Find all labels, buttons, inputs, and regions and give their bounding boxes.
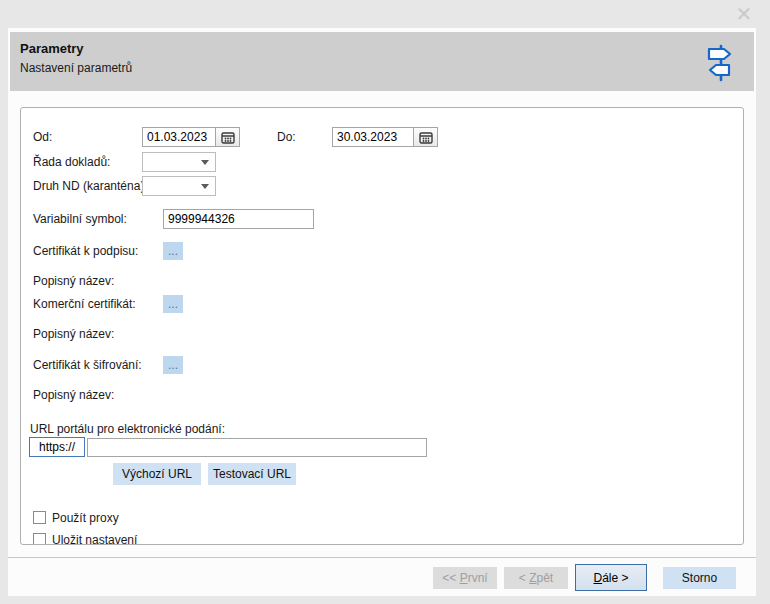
do-label: Do: <box>277 130 296 144</box>
footer-divider <box>8 557 756 558</box>
ulozit-nastaveni-checkbox[interactable] <box>33 533 46 545</box>
od-datefield <box>142 127 240 147</box>
page-title: Parametry <box>20 41 84 56</box>
first-button-accel: P <box>460 571 468 585</box>
cert-podpis-label: Certifikát k podpisu: <box>33 244 138 258</box>
pouzit-proxy-checkbox[interactable] <box>33 511 46 524</box>
close-icon[interactable]: ✕ <box>731 1 757 27</box>
ulozit-nastaveni-label: Uložit nastavení <box>52 533 137 545</box>
popisny-nazev-label-3: Popisný název: <box>33 388 114 402</box>
cert-podpis-browse-button[interactable]: ... <box>163 242 183 260</box>
parameters-form-panel: Od: Do: <box>20 107 744 545</box>
url-input[interactable] <box>87 438 427 457</box>
calendar-icon[interactable] <box>413 128 437 146</box>
od-date-input[interactable] <box>143 128 215 146</box>
druh-nd-label: Druh ND (karanténa): <box>33 179 148 193</box>
back-button[interactable]: < Zpět <box>504 567 568 589</box>
komercni-cert-browse-button[interactable]: ... <box>163 295 183 313</box>
back-button-accel: Z <box>529 571 536 585</box>
do-datefield <box>332 127 438 147</box>
first-button-prefix: << <box>442 571 459 585</box>
first-button[interactable]: << První <box>433 567 497 589</box>
next-button-rest: ále > <box>602 571 628 585</box>
testovaci-url-button[interactable]: Testovací URL <box>208 463 296 485</box>
next-button[interactable]: Dále > <box>575 564 647 591</box>
signpost-icon <box>700 43 738 87</box>
popisny-nazev-label-1: Popisný název: <box>33 274 114 288</box>
rada-dokladu-label: Řada dokladů: <box>33 155 110 169</box>
variabilni-symbol-input[interactable] <box>163 209 314 229</box>
vychozi-url-button[interactable]: Výchozí URL <box>113 463 201 485</box>
druh-nd-select[interactable] <box>142 176 216 196</box>
https-prefix: https:// <box>29 437 85 457</box>
calendar-icon[interactable] <box>215 128 239 146</box>
variabilni-symbol-label: Variabilní symbol: <box>33 212 127 226</box>
first-button-rest: rvní <box>468 571 488 585</box>
dialog-header: Parametry Nastavení parametrů <box>10 32 754 91</box>
page-subtitle: Nastavení parametrů <box>20 61 132 75</box>
popisny-nazev-label-2: Popisný název: <box>33 327 114 341</box>
back-button-rest: pět <box>537 571 554 585</box>
cert-sifrovani-label: Certifikát k šifrování: <box>33 358 142 372</box>
pouzit-proxy-label: Použít proxy <box>52 511 119 525</box>
rada-dokladu-select[interactable] <box>142 152 216 172</box>
cert-sifrovani-browse-button[interactable]: ... <box>163 356 183 374</box>
komercni-cert-label: Komerční certifikát: <box>33 297 136 311</box>
chevron-down-icon <box>201 184 209 189</box>
cancel-button[interactable]: Storno <box>663 567 736 589</box>
url-portal-label: URL portálu pro elektronické podání: <box>30 422 225 436</box>
wizard-window: ✕ Parametry Nastavení parametrů Od: <box>0 0 770 604</box>
chevron-down-icon <box>201 160 209 165</box>
parameters-dialog: Parametry Nastavení parametrů Od: <box>8 28 756 596</box>
back-button-prefix: < <box>519 571 529 585</box>
od-label: Od: <box>33 130 52 144</box>
next-button-accel: D <box>593 571 602 585</box>
do-date-input[interactable] <box>333 128 413 146</box>
